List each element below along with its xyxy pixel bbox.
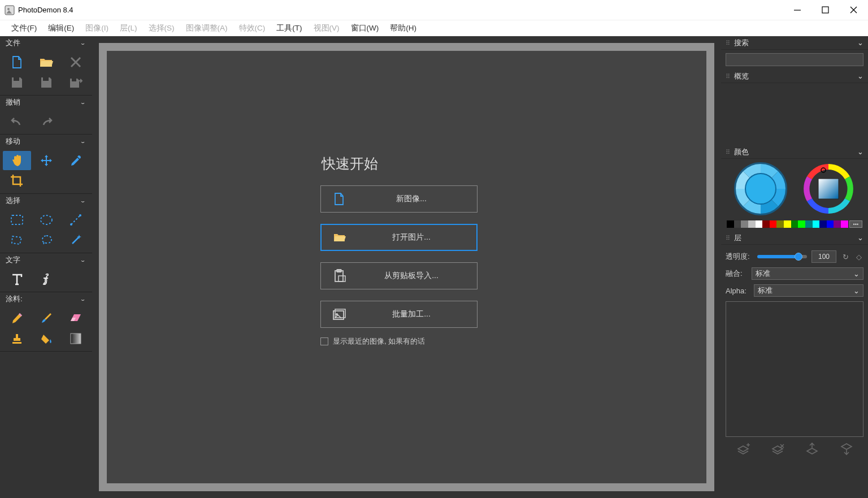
expand-icon[interactable]: ◇ (854, 252, 863, 261)
swatch[interactable] (741, 220, 748, 228)
bucket-tool[interactable] (32, 329, 60, 348)
swatch[interactable] (770, 220, 777, 228)
pencil-tool[interactable] (3, 309, 31, 328)
eyedropper-tool[interactable] (62, 151, 90, 170)
brush-tool[interactable] (32, 309, 60, 328)
redo-tool[interactable] (32, 112, 60, 131)
poly-select-tool[interactable] (3, 231, 31, 250)
menu-edit[interactable]: 编辑(E) (42, 21, 80, 36)
menu-select[interactable]: 选择(S) (143, 21, 180, 36)
chevron-down-icon: ⌄ (80, 198, 86, 203)
menu-adjust[interactable]: 图像调整(A) (180, 21, 233, 36)
text-italic-tool[interactable] (32, 270, 60, 289)
svg-rect-15 (71, 334, 81, 344)
close-button[interactable] (840, 0, 868, 20)
menu-effects[interactable]: 特效(C) (233, 21, 271, 36)
chevron-down-icon: ⌄ (857, 233, 863, 242)
menu-tools[interactable]: 工具(T) (271, 21, 307, 36)
swatch[interactable] (776, 220, 784, 228)
swatch[interactable] (819, 220, 827, 228)
chevron-down-icon: ⌄ (853, 287, 860, 295)
swatch[interactable] (727, 220, 734, 228)
lasso-select-tool[interactable] (32, 231, 60, 250)
toolgroup-select-header[interactable]: 选择⌄ (0, 194, 92, 207)
search-panel-header[interactable]: ⠿搜索⌄ (721, 36, 868, 50)
stamp-tool[interactable] (3, 329, 31, 348)
swatch[interactable] (798, 220, 805, 228)
minimize-button[interactable] (783, 0, 811, 20)
add-layer-button[interactable] (736, 441, 750, 456)
swatch[interactable] (791, 220, 798, 228)
crop-tool[interactable] (3, 171, 31, 190)
gradient-tool[interactable] (62, 329, 90, 348)
swatch[interactable] (827, 220, 834, 228)
toolgroup-undo-header[interactable]: 撤销⌄ (0, 96, 92, 109)
alpha-label: Alpha: (726, 287, 749, 295)
toolgroup-text-header[interactable]: 文字⌄ (0, 253, 92, 267)
menu-image[interactable]: 图像(I) (80, 21, 114, 36)
wand-select-tool[interactable] (62, 231, 90, 250)
opacity-slider[interactable] (757, 255, 807, 258)
color-panel-header[interactable]: ⠿颜色⌄ (721, 145, 868, 159)
color-swatches[interactable]: ••• (724, 219, 865, 230)
new-file-tool[interactable] (3, 53, 31, 72)
swatch[interactable] (748, 220, 756, 228)
quickstart-title: 快速开始 (322, 154, 493, 173)
close-file-tool[interactable] (62, 53, 90, 72)
delete-layer-button[interactable] (770, 441, 785, 456)
menu-view[interactable]: 视图(V) (308, 21, 345, 36)
chevron-down-icon: ⌄ (857, 72, 863, 80)
swatch[interactable] (813, 220, 820, 228)
swatch-more[interactable]: ••• (849, 220, 862, 228)
save-copy-tool[interactable] (32, 73, 60, 92)
swatch[interactable] (784, 220, 791, 228)
color-wheel-hue[interactable] (802, 162, 855, 217)
quickstart-recent-checkbox[interactable]: 显示最近的图像, 如果有的话 (320, 336, 493, 347)
toolgroup-move-header[interactable]: 移动⌄ (0, 135, 92, 148)
swatch[interactable] (762, 220, 770, 228)
undo-tool[interactable] (3, 112, 31, 131)
open-file-tool[interactable] (32, 53, 60, 72)
quickstart-from-clipboard[interactable]: 从剪贴板导入... (320, 262, 478, 289)
chevron-down-icon: ⌄ (857, 38, 863, 47)
quickstart-new-image[interactable]: 新图像... (320, 185, 478, 213)
chevron-down-icon: ⌄ (80, 138, 86, 144)
overview-panel-header[interactable]: ⠿概览⌄ (721, 70, 868, 83)
layer-up-button[interactable] (805, 441, 819, 456)
menu-help[interactable]: 帮助(H) (384, 21, 422, 36)
text-tool[interactable] (3, 270, 31, 289)
swatch[interactable] (805, 220, 813, 228)
swatch[interactable] (756, 220, 763, 228)
grip-icon: ⠿ (726, 236, 731, 240)
eraser-tool[interactable] (62, 309, 90, 328)
opacity-value[interactable]: 100 (811, 250, 836, 263)
layer-list[interactable] (726, 301, 863, 437)
toolgroup-file-header[interactable]: 文件⌄ (0, 36, 92, 50)
menu-layer[interactable]: 层(L) (114, 21, 143, 36)
save-as-tool[interactable] (62, 73, 90, 92)
blend-combo[interactable]: 标准⌄ (752, 267, 863, 280)
hand-tool[interactable] (3, 151, 31, 170)
quickstart-open-image[interactable]: 打开图片... (320, 224, 478, 251)
toolgroup-paint-header[interactable]: 涂料:⌄ (0, 292, 92, 306)
layers-panel-header[interactable]: ⠿层⌄ (721, 231, 868, 245)
save-tool[interactable] (3, 73, 31, 92)
swatch[interactable] (734, 220, 741, 228)
swatch[interactable] (834, 220, 841, 228)
search-input[interactable] (726, 53, 863, 66)
ellipse-select-tool[interactable] (32, 210, 60, 229)
swatch[interactable] (841, 220, 848, 228)
quickstart-batch[interactable]: 批量加工... (320, 301, 478, 328)
menu-file[interactable]: 文件(F) (6, 21, 42, 36)
maximize-button[interactable] (811, 0, 840, 20)
rect-select-tool[interactable] (3, 210, 31, 229)
color-wheel-shades[interactable] (734, 162, 787, 217)
grip-icon: ⠿ (726, 75, 731, 78)
line-select-tool[interactable] (62, 210, 90, 229)
open-image-icon (322, 232, 358, 242)
move-tool[interactable] (32, 151, 60, 170)
alpha-combo[interactable]: 标准⌄ (754, 284, 863, 297)
reset-icon[interactable]: ↻ (841, 252, 850, 261)
menu-window[interactable]: 窗口(W) (345, 21, 385, 36)
layer-down-button[interactable] (839, 441, 854, 456)
